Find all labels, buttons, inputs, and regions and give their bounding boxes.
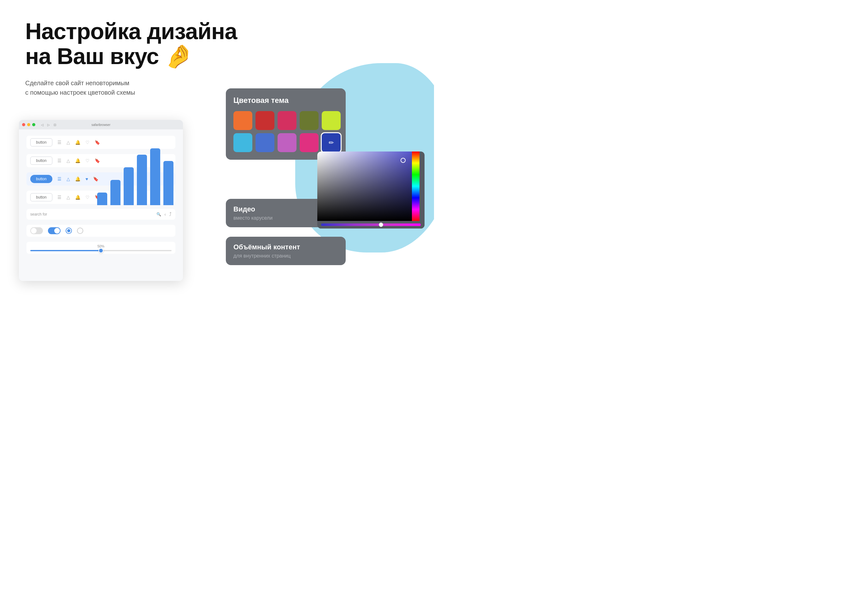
browser-address: safaribrowser (91, 123, 110, 127)
share-icon: ⤴ (169, 211, 172, 217)
menu-icon-4: ☰ (57, 195, 62, 200)
color-swatch-blue[interactable] (256, 133, 274, 152)
radio-inactive[interactable] (77, 228, 83, 234)
content-subtitle: для внутренних страниц (233, 253, 338, 259)
color-picker-hue-bar[interactable] (412, 151, 420, 221)
color-grid: ✏ (233, 111, 338, 152)
hero-subtitle: Сделайте свой сайт неповторимым с помощь… (25, 78, 158, 97)
search-icon: 🔍 (157, 212, 161, 216)
browser-mockup: ◁ ▷ ⊡ safaribrowser button ☰ △ 🔔 (19, 120, 183, 281)
color-theme-panel: Цветовая тема ✏ (226, 89, 346, 160)
content-title: Объёмный контент (233, 243, 338, 251)
mock-button-4[interactable]: button (30, 193, 52, 201)
color-swatch-lime[interactable] (322, 111, 341, 130)
toggle-row (26, 225, 175, 237)
color-picker-panel (317, 151, 425, 228)
bar-6 (163, 161, 174, 205)
button-row-1: button ☰ △ 🔔 ♡ 🔖 (26, 136, 175, 149)
heart-icon-2: ♡ (85, 158, 90, 163)
bell-icon-1: 🔔 (75, 140, 81, 145)
bell-icon-3: 🔔 (75, 176, 81, 182)
bar-2 (110, 180, 121, 205)
color-swatch-sky[interactable] (233, 133, 252, 152)
home-icon-1: △ (67, 140, 70, 145)
mock-button-3-active[interactable]: button (30, 175, 52, 183)
hero-title-line2: на Ваш вкус 🤌 (25, 44, 193, 69)
heart-icon-4: ♡ (85, 195, 90, 200)
browser-body: button ☰ △ 🔔 ♡ 🔖 button ☰ △ 🔔 ♡ 🔖 button… (19, 129, 183, 281)
bar-4 (137, 155, 147, 205)
page-container: Настройка дизайна на Ваш вкус 🤌 Сделайте… (0, 0, 434, 303)
hero-section: Настройка дизайна на Ваш вкус 🤌 Сделайте… (0, 0, 434, 97)
toggle-on[interactable] (48, 227, 60, 234)
home-icon-2: △ (67, 158, 70, 163)
hero-subtitle-line1: Сделайте свой сайт неповторимым (25, 79, 129, 87)
hero-subtitle-line2: с помощью настроек цветовой схемы (25, 89, 135, 96)
color-picker-cursor[interactable] (401, 158, 406, 163)
bookmark-icon-1: 🔖 (95, 140, 100, 145)
bell-icon-4: 🔔 (75, 195, 81, 200)
menu-icon-1: ☰ (57, 140, 62, 145)
color-picker-hue-thumb[interactable] (379, 222, 383, 227)
search-input-text[interactable]: search for (30, 212, 153, 216)
color-panel-title: Цветовая тема (233, 96, 338, 105)
browser-forward-icon[interactable]: ▷ (46, 122, 51, 127)
color-picker-hue-slider[interactable] (321, 224, 421, 226)
heart-icon-3: ♥ (85, 176, 88, 182)
mock-button-1[interactable]: button (30, 138, 52, 146)
browser-nav-icons: ◁ ▷ ⊡ (40, 122, 57, 127)
heart-icon-1: ♡ (85, 140, 90, 145)
slider-track[interactable] (30, 250, 172, 251)
color-swatch-dark-red[interactable] (256, 111, 274, 130)
color-picker-gradient-container (317, 151, 425, 221)
home-icon-3: △ (67, 176, 70, 182)
search-row: search for 🔍 ‹ ⤴ (26, 209, 175, 220)
slider-fill (30, 250, 101, 251)
browser-dot-green[interactable] (32, 123, 35, 126)
hero-title: Настройка дизайна на Ваш вкус 🤌 (25, 19, 246, 69)
browser-window-icon[interactable]: ⊡ (52, 122, 57, 127)
browser-titlebar: ◁ ▷ ⊡ safaribrowser (19, 120, 183, 129)
browser-back-icon[interactable]: ◁ (40, 122, 45, 127)
mock-button-2[interactable]: button (30, 157, 52, 165)
color-swatch-crimson[interactable] (277, 111, 296, 130)
browser-dot-yellow[interactable] (27, 123, 30, 126)
color-swatch-orange[interactable] (233, 111, 252, 130)
bar-chart (97, 148, 174, 205)
radio-active[interactable] (66, 228, 72, 234)
chevron-left-icon: ‹ (164, 212, 166, 217)
toggle-off[interactable] (30, 227, 43, 234)
hero-title-line1: Настройка дизайна (25, 19, 237, 44)
color-swatch-purple[interactable] (277, 133, 296, 152)
color-picker-saturation[interactable] (317, 151, 412, 221)
browser-dot-red[interactable] (22, 123, 25, 126)
slider-thumb[interactable] (98, 248, 104, 253)
bar-5 (150, 148, 160, 205)
bar-3 (124, 167, 134, 205)
menu-icon-3: ☰ (57, 176, 62, 182)
color-swatch-olive[interactable] (300, 111, 319, 130)
slider-row: 50% (26, 242, 175, 254)
content-section: Объёмный контент для внутренних страниц (226, 237, 346, 265)
bell-icon-2: 🔔 (75, 158, 81, 163)
color-picker-bottom (317, 221, 425, 228)
slider-label: 50% (30, 244, 172, 248)
color-swatch-navy[interactable]: ✏ (322, 133, 341, 152)
color-swatch-pink[interactable] (300, 133, 319, 152)
bar-1 (97, 193, 107, 205)
menu-icon-2: ☰ (57, 158, 62, 163)
home-icon-4: △ (67, 195, 70, 200)
